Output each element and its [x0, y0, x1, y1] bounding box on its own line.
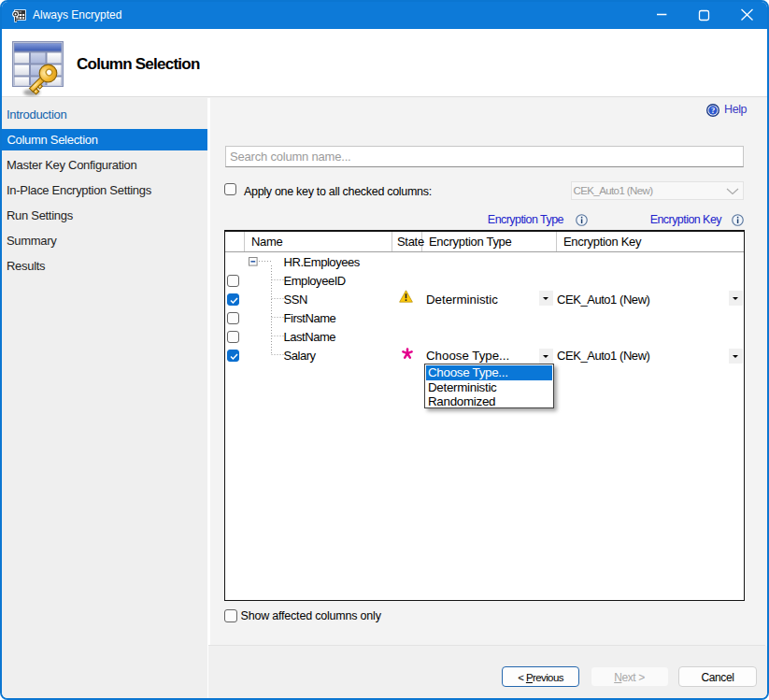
svg-text:?: ? [711, 106, 715, 115]
